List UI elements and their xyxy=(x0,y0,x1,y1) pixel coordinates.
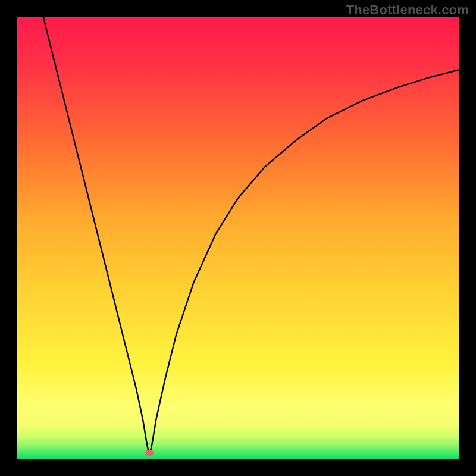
chart-container: TheBottleneck.com xyxy=(0,0,476,476)
gradient-background xyxy=(17,17,459,459)
plot-area xyxy=(17,17,459,459)
chart-svg xyxy=(17,17,459,459)
minimum-marker xyxy=(145,450,154,456)
watermark-text: TheBottleneck.com xyxy=(346,2,469,18)
